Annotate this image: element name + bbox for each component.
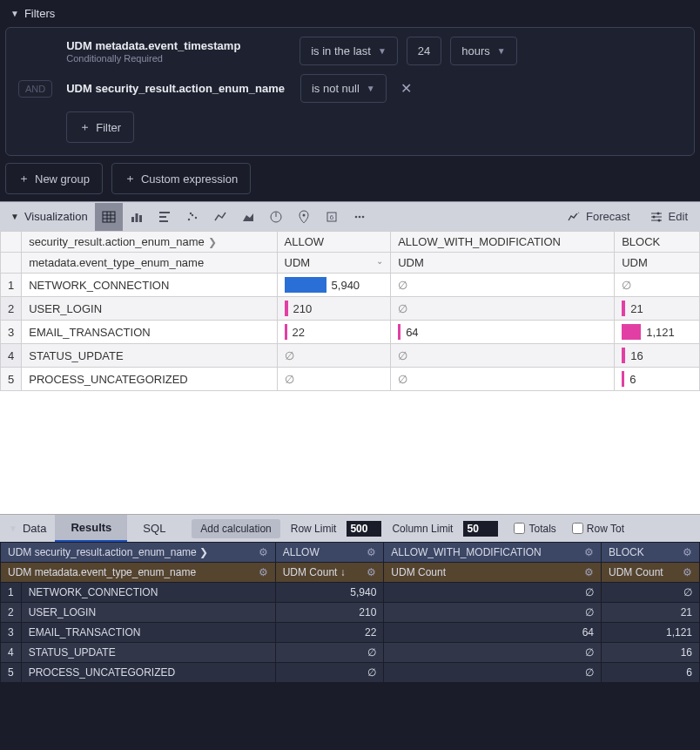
line-viz-icon[interactable] — [206, 203, 234, 231]
filter-operator-select[interactable]: is not null▼ — [300, 74, 387, 103]
measure-cell[interactable]: 64 — [391, 321, 615, 344]
measure-cell[interactable]: ∅ — [391, 274, 615, 297]
filters-header[interactable]: ▼ Filters — [5, 3, 695, 24]
dt-col-header[interactable]: BLOCK⚙ — [602, 543, 700, 563]
dt-dim-value[interactable]: PROCESS_UNCATEGORIZED — [21, 663, 275, 683]
data-toggle[interactable]: ▼ Data — [0, 522, 55, 535]
visualization-toggle[interactable]: ▼ Visualization — [3, 210, 95, 223]
measure-header[interactable]: UDM⌄ — [277, 253, 391, 274]
rowtotals-input[interactable] — [572, 523, 583, 534]
dt-measure-value[interactable]: ∅ — [275, 663, 384, 683]
gear-icon[interactable]: ⚙ — [367, 566, 376, 578]
more-viz-icon[interactable] — [346, 203, 374, 231]
dt-measure-value[interactable]: ∅ — [384, 583, 602, 603]
dt-measure-value[interactable]: 22 — [275, 623, 384, 643]
measure-header[interactable]: UDM — [391, 253, 615, 274]
dt-measure-value[interactable]: 1,121 — [602, 623, 700, 643]
measure-cell[interactable]: ∅ — [277, 368, 391, 391]
dimension-value[interactable]: PROCESS_UNCATEGORIZED — [22, 368, 277, 391]
tab-results[interactable]: Results — [55, 515, 127, 542]
measure-cell[interactable]: ∅ — [277, 344, 391, 368]
gear-icon[interactable]: ⚙ — [367, 546, 376, 558]
column-limit-input[interactable] — [463, 521, 498, 537]
single-value-viz-icon[interactable]: 6 — [318, 203, 346, 231]
dt-col-header[interactable]: ALLOW⚙ — [275, 543, 384, 563]
edit-viz-button[interactable]: Edit — [644, 206, 693, 227]
dt-measure-value[interactable]: 21 — [602, 603, 700, 623]
dt-measure-value[interactable]: ∅ — [275, 643, 384, 663]
pivot-col-header[interactable]: BLOCK — [615, 232, 700, 253]
filter-field[interactable]: UDM security_result.action_enum_name — [66, 82, 285, 95]
pivot-col-header[interactable]: ALLOW — [277, 232, 391, 253]
dt-measure-value[interactable]: 64 — [384, 623, 602, 643]
svg-rect-0 — [103, 212, 115, 222]
row-limit-input[interactable] — [347, 521, 381, 537]
area-viz-icon[interactable] — [234, 203, 262, 231]
pivot-header[interactable]: security_result.action_enum_name❯ — [22, 232, 277, 253]
filter-value-input[interactable]: 24 — [407, 37, 441, 65]
gear-icon[interactable]: ⚙ — [259, 546, 268, 558]
dt-measure-value[interactable]: 210 — [275, 603, 384, 623]
dt-measure-value[interactable]: ∅ — [384, 643, 602, 663]
measure-cell[interactable]: ∅ — [391, 344, 615, 368]
forecast-button[interactable]: Forecast — [562, 206, 636, 227]
filter-operator-select[interactable]: is in the last▼ — [300, 37, 398, 65]
dt-measure-header[interactable]: UDM Count⚙ — [602, 563, 700, 583]
measure-cell[interactable]: 210 — [277, 297, 391, 321]
dt-dim-value[interactable]: STATUS_UPDATE — [21, 643, 275, 663]
new-group-button[interactable]: ＋ New group — [5, 163, 103, 194]
measure-cell[interactable]: 16 — [615, 344, 700, 368]
measure-cell[interactable]: 22 — [277, 321, 391, 344]
dt-measure-value[interactable]: ∅ — [384, 663, 602, 683]
dt-measure-value[interactable]: 16 — [602, 643, 700, 663]
dt-measure-value[interactable]: 6 — [602, 663, 700, 683]
dt-measure-header[interactable]: UDM Count⚙ — [384, 563, 602, 583]
tab-sql[interactable]: SQL — [127, 515, 181, 542]
totals-input[interactable] — [514, 523, 525, 534]
pivot-col-header[interactable]: ALLOW_WITH_MODIFICATION — [391, 232, 615, 253]
remove-filter-icon[interactable]: ✕ — [395, 77, 417, 100]
custom-expression-button[interactable]: ＋ Custom expression — [111, 163, 251, 194]
map-viz-icon[interactable] — [290, 203, 318, 231]
dt-dim-header[interactable]: UDM metadata.event_type_enum_name⚙ — [1, 563, 276, 583]
dt-dim-value[interactable]: EMAIL_TRANSACTION — [21, 623, 275, 643]
measure-cell[interactable]: ∅ — [391, 297, 615, 321]
filter-field[interactable]: UDM metadata.event_timestampConditionall… — [66, 39, 284, 64]
measure-cell[interactable]: ∅ — [391, 368, 615, 391]
measure-cell[interactable]: 6 — [615, 368, 700, 391]
viz-table: security_result.action_enum_name❯ALLOWAL… — [0, 231, 700, 514]
dimension-header[interactable]: metadata.event_type_enum_name — [22, 253, 277, 274]
totals-checkbox[interactable]: Totals — [514, 523, 555, 535]
dt-measure-header[interactable]: UDM Count ↓⚙ — [275, 563, 384, 583]
dimension-value[interactable]: STATUS_UPDATE — [22, 344, 277, 368]
gear-icon[interactable]: ⚙ — [683, 546, 692, 558]
scatter-viz-icon[interactable] — [178, 203, 206, 231]
dt-measure-value[interactable]: 5,940 — [275, 583, 384, 603]
bar-viz-icon[interactable] — [123, 203, 151, 231]
dt-dim-value[interactable]: NETWORK_CONNECTION — [21, 583, 275, 603]
dimension-value[interactable]: NETWORK_CONNECTION — [22, 274, 277, 297]
gear-icon[interactable]: ⚙ — [259, 566, 268, 578]
gear-icon[interactable]: ⚙ — [683, 566, 692, 578]
table-viz-icon[interactable] — [95, 203, 123, 231]
measure-cell[interactable]: 5,940 — [277, 274, 391, 297]
gear-icon[interactable]: ⚙ — [584, 546, 594, 558]
dt-pivot-header[interactable]: UDM security_result.action_enum_name ❯⚙ — [1, 543, 276, 563]
add-calculation-button[interactable]: Add calculation — [192, 519, 279, 538]
measure-cell[interactable]: 21 — [615, 297, 700, 321]
gauge-viz-icon[interactable] — [262, 203, 290, 231]
measure-cell[interactable]: 1,121 — [615, 321, 700, 344]
add-filter-button[interactable]: ＋ Filter — [66, 111, 134, 143]
gear-icon[interactable]: ⚙ — [584, 566, 594, 578]
rowtotals-checkbox[interactable]: Row Tot — [572, 523, 624, 535]
measure-cell[interactable]: ∅ — [615, 274, 700, 297]
dimension-value[interactable]: EMAIL_TRANSACTION — [22, 321, 277, 344]
dt-measure-value[interactable]: ∅ — [384, 603, 602, 623]
dimension-value[interactable]: USER_LOGIN — [22, 297, 277, 321]
filter-unit-select[interactable]: hours▼ — [450, 37, 516, 65]
dt-measure-value[interactable]: ∅ — [602, 583, 700, 603]
column-viz-icon[interactable] — [151, 203, 178, 231]
dt-dim-value[interactable]: USER_LOGIN — [21, 603, 275, 623]
dt-col-header[interactable]: ALLOW_WITH_MODIFICATION⚙ — [384, 543, 602, 563]
measure-header[interactable]: UDM — [615, 253, 700, 274]
